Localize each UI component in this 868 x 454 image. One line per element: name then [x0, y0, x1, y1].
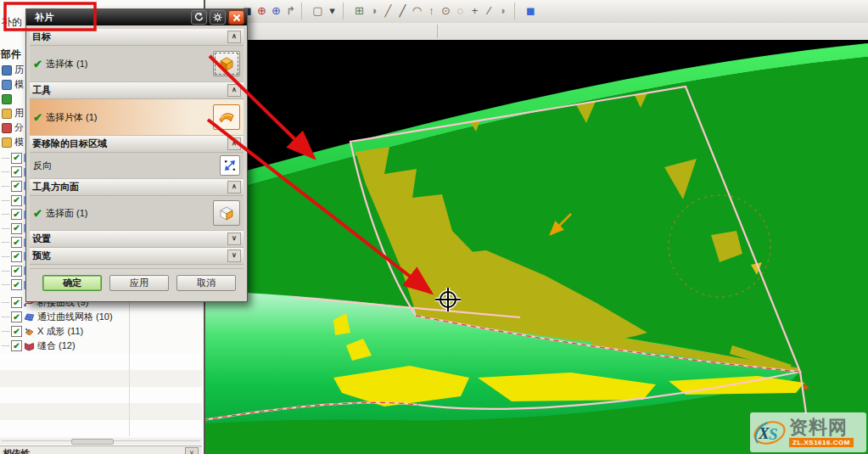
tool-section-header[interactable]: 工具 ∧: [30, 82, 244, 99]
expand-icon[interactable]: ∨: [227, 249, 241, 262]
feature-checkbox-row[interactable]: ✔: [2, 165, 28, 180]
select-body-row[interactable]: ✔ 选择体 (1): [30, 46, 244, 82]
slash-icon[interactable]: ∕: [482, 2, 496, 20]
reverse-label: 反向: [33, 160, 220, 172]
pull-face-icon[interactable]: ◑: [367, 2, 381, 20]
circle-point-icon[interactable]: ⊙: [439, 2, 453, 20]
settings-section-header[interactable]: 设置 ∨: [30, 231, 244, 248]
select-face-row[interactable]: ✔ 选择面 (1): [30, 196, 244, 231]
feature-checkbox[interactable]: ✔: [11, 340, 22, 351]
feature-checkbox-row[interactable]: ✔: [2, 179, 28, 193]
hidden-row-label: 分: [14, 121, 24, 134]
navigator-column-divider-2: [129, 354, 130, 436]
feature-checkbox[interactable]: ✔: [11, 181, 22, 192]
feature-checkbox-row[interactable]: ✔: [2, 236, 28, 250]
navigator-hidden-row[interactable]: 分: [2, 121, 24, 135]
tool-direction-section-header[interactable]: 工具方向面 ∧: [30, 179, 244, 196]
reverse-direction-button[interactable]: [220, 155, 240, 176]
expand-icon[interactable]: ∨: [185, 447, 199, 454]
tree-connector: [2, 317, 9, 317]
feature-checkbox[interactable]: ✔: [11, 153, 22, 164]
collapse-icon[interactable]: ∧: [227, 31, 241, 43]
feature-checkbox[interactable]: ✔: [11, 266, 22, 277]
select-face-button[interactable]: [213, 200, 240, 226]
toolbar-separator: [301, 3, 308, 20]
tree-item-x-form[interactable]: ✔ X 成形 (11): [2, 324, 200, 339]
feature-checkbox[interactable]: ✔: [11, 311, 22, 322]
navigator-hidden-row[interactable]: 用: [2, 106, 24, 121]
feature-checkbox-row[interactable]: ✔: [2, 264, 28, 278]
navigator-hidden-row[interactable]: 模: [2, 77, 24, 92]
application-window: ◼⊕⊕↱▢▾⊞◑╱╱◠↑⊙◌+∕◗◼: [0, 0, 868, 454]
feature-checkbox[interactable]: ✔: [11, 209, 22, 220]
navigator-hidden-row[interactable]: 模: [2, 135, 24, 149]
toolbar-separator: [514, 3, 521, 20]
line-icon[interactable]: ╱: [381, 2, 395, 20]
marquee-dropdown-icon[interactable]: ▾: [325, 2, 339, 20]
feature-checkbox[interactable]: ✔: [11, 297, 22, 308]
tree-item-label: 缝合 (12): [37, 339, 76, 352]
face-icon[interactable]: ◗: [496, 2, 511, 20]
feature-checkbox[interactable]: ✔: [11, 195, 22, 206]
scrollbar-thumb[interactable]: [71, 439, 114, 445]
feature-checkbox[interactable]: ✔: [11, 237, 22, 248]
target-section-header[interactable]: 目标 ∧: [30, 29, 244, 46]
scene-3d: [204, 40, 868, 454]
expand-icon[interactable]: ∨: [227, 233, 241, 245]
watermark-site-name: 资料网: [789, 418, 848, 438]
empty-list-row: [0, 370, 202, 386]
reset-icon[interactable]: [191, 10, 207, 25]
tree-item-through-curve-mesh[interactable]: ✔ 通过曲线网格 (10): [2, 310, 200, 324]
feature-checkbox-row[interactable]: ✔: [2, 193, 28, 208]
apply-button[interactable]: 应用: [109, 275, 169, 291]
bend-arrow-icon[interactable]: ↱: [283, 2, 298, 20]
folder-icon: [2, 137, 12, 148]
navigator-hidden-row[interactable]: [2, 92, 24, 106]
cancel-button[interactable]: 取消: [176, 275, 236, 291]
feature-checkbox-row[interactable]: ✔: [2, 207, 28, 221]
camera-icon: [2, 94, 12, 104]
feature-checkbox[interactable]: ✔: [11, 279, 22, 290]
close-icon[interactable]: [228, 10, 244, 25]
navigator-hidden-row[interactable]: 历: [2, 63, 24, 77]
tree-connector: [2, 186, 9, 187]
collapse-icon[interactable]: ∧: [227, 137, 241, 150]
feature-checkbox-row[interactable]: ✔: [2, 277, 28, 292]
datum-cube-icon[interactable]: ◼: [524, 2, 538, 20]
graphics-viewport[interactable]: [204, 40, 868, 454]
tree-connector: [2, 271, 9, 272]
collapse-icon[interactable]: ∧: [227, 181, 241, 193]
snap-point-icon[interactable]: ⊕: [255, 2, 269, 20]
feature-checkbox[interactable]: ✔: [11, 223, 22, 234]
plus-icon[interactable]: +: [468, 2, 482, 20]
move-face-icon[interactable]: ⊞: [352, 2, 367, 20]
dashed-circle-icon[interactable]: ◌: [453, 2, 468, 20]
line-point-icon[interactable]: ╱: [395, 2, 410, 20]
horizontal-scrollbar[interactable]: [0, 438, 202, 445]
solid-body-icon: [217, 54, 236, 73]
select-sheet-button[interactable]: [213, 104, 240, 130]
marquee-select-icon[interactable]: ▢: [311, 2, 325, 20]
dependencies-section-header[interactable]: 相依性 ∨: [0, 446, 202, 454]
axis-icon[interactable]: ↑: [424, 2, 439, 20]
select-body-button[interactable]: [213, 51, 240, 76]
reverse-direction-row[interactable]: 反向: [30, 153, 244, 179]
tree-item-sew[interactable]: ✔ 缝合 (12): [2, 339, 200, 353]
preview-section-header[interactable]: 预览 ∨: [30, 248, 244, 265]
feature-checkbox-row[interactable]: ✔: [2, 151, 28, 165]
select-sheet-row[interactable]: ✔ 选择片体 (1): [30, 99, 244, 136]
feature-checkbox[interactable]: ✔: [11, 251, 22, 262]
arc-icon[interactable]: ◠: [410, 2, 424, 20]
feature-checkbox[interactable]: ✔: [11, 326, 22, 337]
feature-checkbox-row[interactable]: ✔: [2, 249, 28, 264]
point-icon[interactable]: ⊕: [269, 2, 283, 20]
gear-icon[interactable]: [210, 10, 226, 25]
dialog-titlebar[interactable]: 补片: [26, 9, 247, 25]
check-icon: ✔: [33, 111, 42, 124]
remove-region-section-header[interactable]: 要移除的目标区域 ∧: [30, 136, 244, 153]
model-view-icon: [2, 80, 12, 90]
feature-checkbox-row[interactable]: ✔: [2, 221, 28, 236]
collapse-icon[interactable]: ∧: [227, 84, 241, 97]
ok-button[interactable]: 确定: [42, 275, 102, 291]
feature-checkbox[interactable]: ✔: [11, 166, 22, 177]
